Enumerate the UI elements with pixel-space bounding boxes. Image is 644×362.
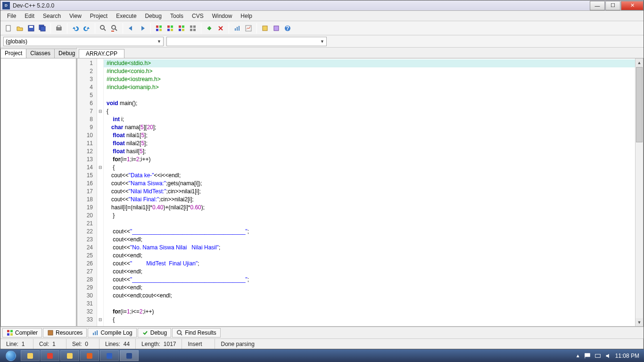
line-number[interactable]: 14 [77, 164, 97, 172]
line-number[interactable]: 1 [77, 59, 97, 67]
fwd-button[interactable] [137, 23, 148, 33]
close-button[interactable]: ✕ [621, 1, 644, 10]
taskbar-folder[interactable] [60, 350, 79, 361]
system-tray[interactable]: ▲ 11:08 PM [576, 353, 642, 359]
line-number[interactable]: 9 [77, 123, 97, 132]
code-line[interactable]: cout<<endl; [107, 268, 635, 276]
code-line[interactable]: char nama[5][20]; [107, 123, 635, 132]
taskbar-devcpp[interactable] [120, 350, 139, 361]
line-number[interactable]: 15 [77, 172, 97, 180]
titlebar[interactable]: D Dev-C++ 5.2.0.0 — ☐ ✕ [0, 0, 644, 11]
code-line[interactable]: hasil[i]=(nilai1[i]*0.40)+(nilai2[i]*0.6… [107, 204, 635, 212]
line-number[interactable]: 27 [77, 268, 97, 276]
code-line[interactable]: cout<<" MidTest Final Ujian"; [107, 260, 635, 268]
menu-window[interactable]: Window [208, 12, 236, 20]
line-number[interactable]: 8 [77, 115, 97, 123]
code-line[interactable]: #include<conio.h> [107, 67, 635, 75]
bottom-tab-debug[interactable]: Debug [138, 328, 171, 337]
code-line[interactable]: cout<<endl; [107, 252, 635, 260]
line-number[interactable]: 11 [77, 140, 97, 148]
taskbar[interactable]: ▲ 11:08 PM [0, 349, 644, 362]
code-line[interactable]: cout<<"No. Nama Siswa Nilai Nilai Hasil"… [107, 244, 635, 252]
code-line[interactable]: #include<iostream.h> [107, 75, 635, 83]
maximize-button[interactable]: ☐ [605, 1, 620, 10]
menu-view[interactable]: View [66, 12, 85, 20]
code-line[interactable]: for(i=1;i=2;i++) [107, 156, 635, 164]
code-line[interactable] [107, 91, 635, 99]
globals-combo[interactable]: (globals) ▼ [3, 37, 164, 46]
taskbar-word[interactable] [100, 350, 119, 361]
line-number[interactable]: 4 [77, 83, 97, 91]
new3-button[interactable] [271, 23, 281, 33]
code-line[interactable]: cout<<"Nilai MidTest:";cin>>nilai1[i]; [107, 188, 635, 196]
code-line[interactable]: cout<<endl; [107, 284, 635, 292]
line-number[interactable]: 20 [77, 212, 97, 220]
line-number[interactable]: 6 [77, 99, 97, 107]
compilerun-button[interactable] [176, 23, 187, 33]
line-number[interactable]: 21 [77, 220, 97, 228]
menu-search[interactable]: Search [39, 12, 65, 20]
scroll-up-icon[interactable]: ▲ [636, 58, 643, 66]
fold-marker[interactable]: ⊟ [97, 316, 103, 324]
network-icon[interactable] [594, 353, 601, 359]
line-number[interactable]: 31 [77, 300, 97, 308]
menu-cvs[interactable]: CVS [188, 12, 207, 20]
code-line[interactable] [107, 300, 635, 308]
taskbar-firefox[interactable] [80, 350, 99, 361]
bottom-tab-compiler[interactable]: Compiler [2, 328, 42, 337]
code-line[interactable]: cout<<"_________________________________… [107, 228, 635, 236]
code-line[interactable]: { [107, 107, 635, 115]
line-number[interactable]: 5 [77, 91, 97, 99]
code-line[interactable]: #include<iomanip.h> [107, 83, 635, 91]
back-button[interactable] [126, 23, 136, 33]
side-content[interactable] [0, 58, 76, 327]
code-line[interactable]: float hasil[5]; [107, 148, 635, 156]
code-line[interactable]: cout<<"Nama Siswa:";gets(nama[i]); [107, 180, 635, 188]
menu-execute[interactable]: Execute [112, 12, 140, 20]
code-line[interactable]: void main(); [107, 99, 635, 107]
debugstart-button[interactable] [204, 23, 215, 33]
code-line[interactable]: cout<<"Nilai Final:";cin>>nilai2[i]; [107, 196, 635, 204]
line-number[interactable]: 25 [77, 252, 97, 260]
rebuild-button[interactable] [188, 23, 198, 33]
side-tab-debug[interactable]: Debug [54, 49, 79, 58]
taskbar-chrome[interactable] [41, 350, 59, 361]
code-line[interactable] [107, 220, 635, 228]
line-number[interactable]: 23 [77, 236, 97, 244]
undo-button[interactable] [70, 23, 81, 33]
bottom-tab-find[interactable]: Find Results [172, 328, 221, 337]
code-line[interactable]: cout<<"Data ke-"<<i<<endl; [107, 172, 635, 180]
taskbar-explorer[interactable] [21, 350, 40, 361]
open-button[interactable] [15, 23, 25, 33]
line-number[interactable]: 22 [77, 228, 97, 236]
line-number[interactable]: 24 [77, 244, 97, 252]
menu-project[interactable]: Project [86, 12, 111, 20]
new-button[interactable] [3, 23, 14, 33]
line-number[interactable]: 19 [77, 204, 97, 212]
menu-edit[interactable]: Edit [21, 12, 38, 20]
speaker-icon[interactable] [605, 353, 611, 359]
line-number[interactable]: 30 [77, 292, 97, 300]
fold-column[interactable]: ⊟⊟⊟ [97, 58, 104, 326]
members-combo[interactable]: ▼ [166, 37, 327, 46]
side-tab-project[interactable]: Project [0, 49, 26, 58]
run-button[interactable] [165, 23, 175, 33]
code-line[interactable]: cout<<endl;cout<<endl; [107, 292, 635, 300]
fold-marker[interactable]: ⊟ [97, 164, 103, 172]
code-line[interactable]: cout<<"_________________________________… [107, 276, 635, 284]
line-number[interactable]: 29 [77, 284, 97, 292]
line-number[interactable]: 13 [77, 156, 97, 164]
help-button[interactable]: ? [282, 23, 293, 33]
save-button[interactable] [26, 23, 36, 33]
profile2-button[interactable] [243, 23, 254, 33]
side-tab-classes[interactable]: Classes [26, 49, 55, 58]
line-number[interactable]: 18 [77, 196, 97, 204]
fold-marker[interactable]: ⊟ [97, 107, 103, 115]
scroll-thumb[interactable] [636, 67, 643, 142]
menu-help[interactable]: Help [237, 12, 256, 20]
code-line[interactable]: for(i=1;i<=2;i++) [107, 308, 635, 316]
code-line[interactable]: float nilai1[5]; [107, 132, 635, 140]
find-button[interactable] [98, 23, 108, 33]
saveall-button[interactable] [37, 23, 48, 33]
code-line[interactable]: #include<stdio.h> [104, 59, 635, 67]
